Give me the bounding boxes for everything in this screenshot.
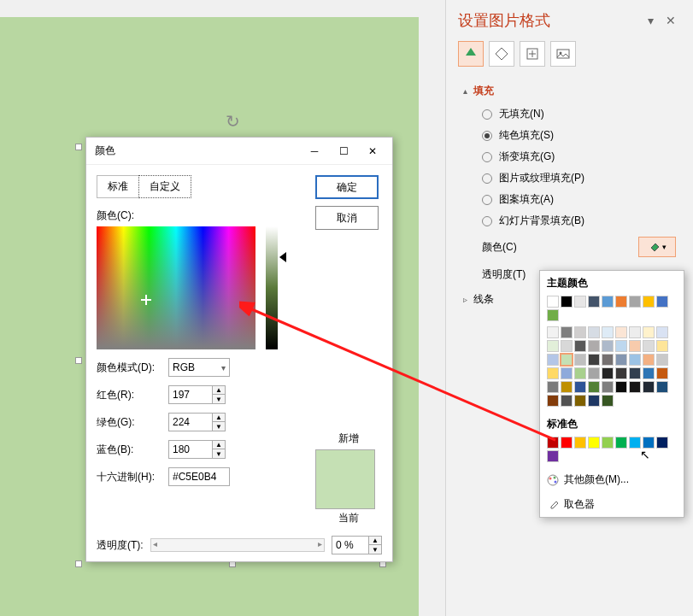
fill-solid-radio[interactable]: 纯色填充(S) xyxy=(463,125,676,146)
color-swatch[interactable] xyxy=(547,340,559,352)
rotate-handle[interactable]: ↻ xyxy=(226,111,240,132)
tab-standard[interactable]: 标准 xyxy=(97,175,139,198)
fill-slidebg-radio[interactable]: 幻灯片背景填充(B) xyxy=(463,210,676,232)
color-swatch[interactable] xyxy=(588,326,600,338)
hex-input[interactable] xyxy=(168,467,230,486)
transparency-spinner[interactable]: ▲▼ xyxy=(369,536,382,554)
color-swatch[interactable] xyxy=(588,395,600,407)
dialog-titlebar[interactable]: 颜色 ─ ☐ ✕ xyxy=(86,138,392,165)
tab-custom[interactable]: 自定义 xyxy=(138,175,191,198)
color-swatch[interactable] xyxy=(615,296,627,308)
color-swatch[interactable] xyxy=(629,437,641,449)
color-swatch[interactable] xyxy=(561,340,573,352)
color-swatch[interactable] xyxy=(615,437,627,449)
fill-none-radio[interactable]: 无填充(N) xyxy=(463,103,676,125)
eyedropper-item[interactable]: 取色器 xyxy=(540,492,684,517)
minimize-button[interactable]: ─ xyxy=(300,139,329,163)
color-swatch[interactable] xyxy=(561,437,573,449)
color-swatch[interactable] xyxy=(547,381,559,393)
transparency-scrollbar[interactable] xyxy=(150,538,325,552)
color-swatch[interactable] xyxy=(643,381,655,393)
color-swatch[interactable] xyxy=(602,437,614,449)
maximize-button[interactable]: ☐ xyxy=(329,139,358,163)
color-swatch[interactable] xyxy=(615,340,627,352)
picker-crosshair[interactable] xyxy=(141,295,151,305)
color-swatch[interactable] xyxy=(656,340,668,352)
value-strip[interactable] xyxy=(266,226,278,349)
color-swatch[interactable] xyxy=(656,437,668,449)
resize-handle-sw[interactable] xyxy=(75,560,82,567)
color-swatch[interactable] xyxy=(561,296,573,308)
color-swatch[interactable] xyxy=(629,367,641,379)
color-swatch[interactable] xyxy=(629,326,641,338)
red-spinner[interactable]: ▲▼ xyxy=(213,385,226,404)
color-swatch[interactable] xyxy=(656,326,668,338)
color-swatch[interactable] xyxy=(574,340,586,352)
category-fill-line-icon[interactable] xyxy=(458,41,484,67)
color-swatch[interactable] xyxy=(574,381,586,393)
color-swatch[interactable] xyxy=(561,326,573,338)
color-swatch[interactable] xyxy=(656,367,668,379)
color-swatch[interactable] xyxy=(629,340,641,352)
red-input[interactable] xyxy=(168,385,213,404)
color-swatch[interactable] xyxy=(656,381,668,393)
resize-handle-nw[interactable] xyxy=(75,144,82,150)
green-input[interactable] xyxy=(168,413,213,431)
fill-gradient-radio[interactable]: 渐变填充(G) xyxy=(463,146,676,167)
ok-button[interactable]: 确定 xyxy=(315,175,379,199)
color-swatch[interactable] xyxy=(588,381,600,393)
color-model-select[interactable]: RGB xyxy=(168,358,230,377)
fill-color-dropdown-button[interactable]: ▾ xyxy=(638,237,676,257)
color-swatch[interactable] xyxy=(547,326,559,338)
fill-picture-radio[interactable]: 图片或纹理填充(P) xyxy=(463,167,676,189)
color-swatch[interactable] xyxy=(602,340,614,352)
more-colors-item[interactable]: 其他颜色(M)... xyxy=(540,467,684,492)
blue-input[interactable] xyxy=(168,440,213,459)
color-swatch[interactable] xyxy=(588,367,600,379)
color-swatch[interactable] xyxy=(547,450,559,462)
color-swatch[interactable] xyxy=(574,395,586,407)
color-swatch[interactable] xyxy=(602,367,614,379)
category-effects-icon[interactable] xyxy=(489,41,514,67)
color-swatch[interactable] xyxy=(629,381,641,393)
color-swatch[interactable] xyxy=(547,309,559,321)
color-swatch[interactable] xyxy=(547,354,559,366)
color-swatch[interactable] xyxy=(588,296,600,308)
value-pointer[interactable] xyxy=(279,252,286,262)
color-swatch[interactable] xyxy=(615,381,627,393)
section-fill[interactable]: ▴ 填充 xyxy=(463,79,676,103)
color-swatch[interactable] xyxy=(643,354,655,366)
color-swatch[interactable] xyxy=(547,395,559,407)
category-picture-icon[interactable] xyxy=(550,41,576,67)
color-swatch[interactable] xyxy=(656,354,668,366)
color-swatch[interactable] xyxy=(656,296,668,308)
color-swatch[interactable] xyxy=(643,296,655,308)
color-swatch[interactable] xyxy=(561,395,573,407)
color-swatch[interactable] xyxy=(629,296,641,308)
color-swatch[interactable] xyxy=(588,354,600,366)
color-swatch[interactable] xyxy=(615,354,627,366)
color-swatch[interactable] xyxy=(547,367,559,379)
color-swatch[interactable] xyxy=(588,437,600,449)
color-swatch[interactable] xyxy=(574,326,586,338)
color-swatch[interactable] xyxy=(574,367,586,379)
color-swatch[interactable] xyxy=(643,326,655,338)
color-swatch[interactable] xyxy=(602,296,614,308)
category-size-icon[interactable] xyxy=(520,41,545,67)
color-swatch[interactable] xyxy=(602,381,614,393)
color-swatch[interactable] xyxy=(615,326,627,338)
resize-handle-w[interactable] xyxy=(75,357,82,364)
color-swatch[interactable] xyxy=(643,340,655,352)
close-button[interactable]: ✕ xyxy=(358,139,387,163)
color-swatch[interactable] xyxy=(588,340,600,352)
color-swatch[interactable] xyxy=(574,437,586,449)
panel-close-icon[interactable]: ✕ xyxy=(661,14,681,27)
color-swatch[interactable] xyxy=(561,367,573,379)
green-spinner[interactable]: ▲▼ xyxy=(213,413,226,431)
color-swatch[interactable] xyxy=(574,296,586,308)
color-swatch[interactable] xyxy=(602,395,614,407)
transparency-input[interactable] xyxy=(332,536,369,554)
color-swatch[interactable] xyxy=(643,437,655,449)
color-swatch[interactable] xyxy=(602,326,614,338)
color-swatch[interactable] xyxy=(574,354,586,366)
